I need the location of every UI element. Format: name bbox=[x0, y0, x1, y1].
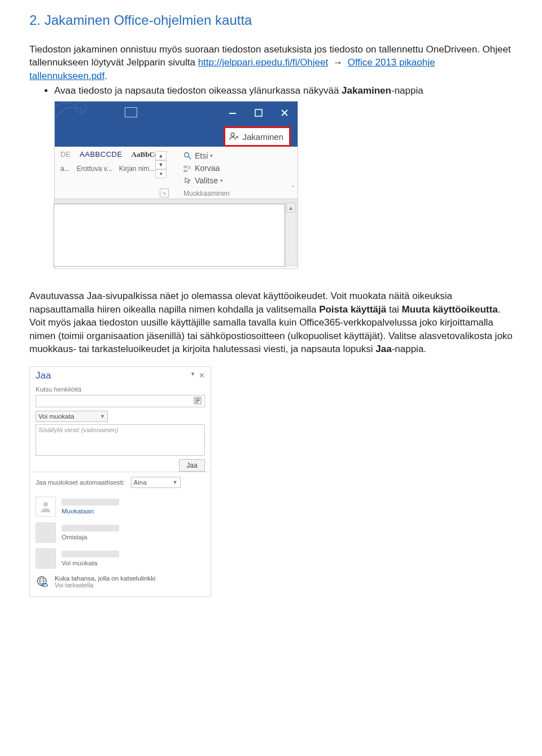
para2-b2: Muuta käyttöoikeutta bbox=[402, 304, 498, 315]
avatar-icon bbox=[36, 496, 56, 517]
link-line1: Kuka tahansa, jolla on katselulinkki bbox=[55, 575, 155, 582]
vertical-scrollbar[interactable]: ▲ bbox=[286, 203, 295, 263]
svg-text:ab: ab bbox=[183, 165, 188, 169]
avatar-blurred bbox=[36, 548, 56, 569]
pane-close-icon[interactable]: ✕ bbox=[199, 371, 205, 380]
para2-t4: -nappia. bbox=[392, 344, 426, 354]
minimize-button[interactable] bbox=[220, 102, 246, 124]
styles-launcher-icon[interactable]: ↘ bbox=[160, 188, 169, 197]
collapse-ribbon-icon[interactable]: ˆ bbox=[292, 185, 294, 193]
pane-options-icon[interactable]: ▼ bbox=[190, 371, 195, 380]
arrow-icon: → bbox=[333, 57, 343, 68]
person-name-redacted bbox=[62, 551, 119, 557]
svg-rect-10 bbox=[195, 402, 198, 403]
intro-text-2: . bbox=[104, 71, 107, 81]
person-editing[interactable]: Muokataan bbox=[30, 494, 211, 520]
share-pane-title: Jaa bbox=[36, 370, 51, 381]
share-bar: Jakaminen bbox=[55, 124, 298, 147]
share-submit-button[interactable]: Jaa bbox=[179, 459, 205, 472]
invite-label: Kutsu henkilöitä bbox=[30, 385, 211, 395]
address-book-icon[interactable] bbox=[194, 397, 203, 405]
share-pane-screenshot: Jaa ▼ ✕ Kutsu henkilöitä Voi muokata ▼ S… bbox=[29, 366, 211, 597]
person-name-redacted bbox=[62, 525, 119, 531]
jelppari-link[interactable]: http://jelppari.epedu.fi/fi/Ohjeet bbox=[198, 57, 329, 68]
page-canvas[interactable] bbox=[54, 204, 285, 267]
find-label: Etsi bbox=[195, 151, 208, 160]
style1-preview: AABBCCDE bbox=[80, 150, 123, 159]
person-role: Voi muokata bbox=[62, 560, 119, 566]
svg-text:ac: ac bbox=[183, 169, 188, 172]
para2-b3: Jaa bbox=[375, 344, 391, 354]
titlebar-decor bbox=[55, 102, 123, 124]
svg-rect-1 bbox=[229, 113, 236, 114]
view-link-row[interactable]: Kuka tahansa, jolla on katselulinkki Voi… bbox=[30, 572, 211, 596]
find-button[interactable]: Etsi ▾ bbox=[183, 150, 298, 161]
para2-t2: tai bbox=[386, 304, 401, 315]
bullet1-bold: Jakaminen bbox=[342, 85, 391, 96]
section-title: 2. Jakaminen Office-ohjelmien kautta bbox=[29, 12, 513, 28]
autoshare-value: Aina bbox=[134, 479, 147, 486]
bullet-open-share: Avaa tiedosto ja napsauta tiedoston oike… bbox=[54, 85, 513, 98]
svg-rect-9 bbox=[195, 400, 200, 401]
select-button[interactable]: Valitse ▾ bbox=[183, 175, 298, 186]
document-area: ▲ bbox=[55, 199, 298, 267]
svg-rect-8 bbox=[195, 398, 200, 399]
style1-frag: DE bbox=[60, 150, 71, 159]
autoshare-dropdown[interactable]: Aina ▼ bbox=[131, 477, 181, 488]
intro-paragraph: Tiedoston jakaminen onnistuu myös suoraa… bbox=[29, 43, 513, 82]
styles-scroll[interactable]: ▲▼▾ bbox=[155, 151, 165, 178]
bullet1-t2: -nappia bbox=[391, 85, 423, 96]
editing-caption: Muokkaaminen bbox=[183, 190, 298, 197]
person-role: Omistaja bbox=[62, 534, 119, 540]
svg-point-11 bbox=[43, 502, 48, 507]
title-bar bbox=[55, 102, 298, 124]
replace-button[interactable]: abac Korvaa bbox=[183, 162, 298, 174]
globe-link-icon bbox=[36, 575, 49, 588]
chevron-down-icon: ▼ bbox=[100, 414, 105, 419]
invite-people-input[interactable] bbox=[36, 395, 205, 407]
person-can-edit[interactable]: Voi muokata bbox=[30, 546, 211, 572]
svg-point-4 bbox=[185, 153, 189, 157]
para2-b1: Poista käyttäjä bbox=[319, 304, 386, 315]
select-label: Valitse bbox=[195, 176, 218, 185]
style-name-frag: a... bbox=[60, 165, 70, 173]
permission-dropdown[interactable]: Voi muokata ▼ bbox=[36, 411, 108, 422]
word-window-screenshot: Jakaminen DE AABBCCDE AaBbCcDt a... Erot… bbox=[54, 101, 298, 269]
style1-name: Erottuva v... bbox=[77, 165, 112, 173]
ribbon: DE AABBCCDE AaBbCcDt a... Erottuva v... … bbox=[55, 147, 298, 199]
para2: Avautuvassa Jaa-sivupalkissa näet jo ole… bbox=[29, 289, 513, 355]
person-name-redacted bbox=[62, 499, 119, 506]
bullet1-t1: Avaa tiedosto ja napsauta tiedoston oike… bbox=[54, 85, 342, 96]
close-button[interactable] bbox=[272, 102, 298, 124]
style2-name: Kirjan nim... bbox=[119, 165, 155, 173]
editing-group: Etsi ▾ abac Korvaa Valitse ▾ Muokkaamine… bbox=[174, 147, 298, 199]
svg-rect-2 bbox=[255, 109, 262, 116]
link-line2: Voi tarkastella bbox=[55, 582, 155, 588]
jakaminen-button[interactable]: Jakaminen bbox=[224, 126, 291, 147]
jakaminen-label: Jakaminen bbox=[242, 132, 283, 142]
ribbon-display-button[interactable] bbox=[125, 107, 137, 117]
message-textarea[interactable]: Sisällytä viesti (valinnainen) bbox=[36, 424, 205, 456]
avatar-blurred bbox=[36, 522, 56, 543]
chevron-down-icon: ▼ bbox=[173, 480, 178, 485]
replace-label: Korvaa bbox=[195, 164, 220, 173]
permission-value: Voi muokata bbox=[38, 413, 74, 420]
maximize-button[interactable] bbox=[246, 102, 272, 124]
svg-point-3 bbox=[231, 133, 234, 137]
person-owner[interactable]: Omistaja bbox=[30, 520, 211, 546]
autoshare-label: Jaa muutokset automaattisesti: bbox=[36, 479, 125, 486]
person-role: Muokataan bbox=[62, 508, 119, 515]
svg-point-0 bbox=[75, 102, 86, 113]
